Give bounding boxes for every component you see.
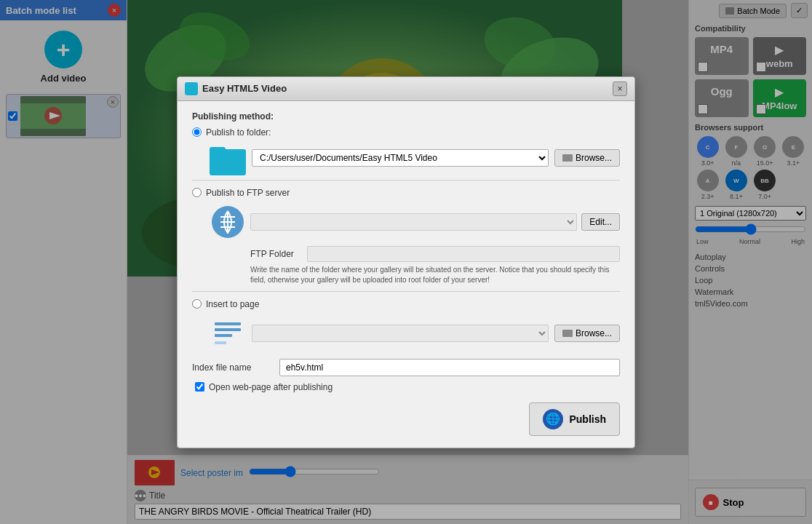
ftp-label: Publish to FTP server [206,188,290,198]
ftp-section: Publish to FTP server Edit... [192,180,620,285]
insert-path-row: Browse... [192,315,620,352]
svg-rect-18 [210,147,226,154]
insert-label: Insert to page [206,299,259,309]
ftp-radio[interactable] [192,188,202,197]
modal-logo-icon [185,82,198,95]
browse-insert-button[interactable]: Browse... [554,325,620,342]
modal-titlebar: Easy HTML5 Video × [178,77,634,101]
publish-folder-radio-row: Publish to folder: [192,127,620,138]
browse-folder-label: Browse... [576,153,612,163]
insert-section: Insert to page [192,291,620,352]
ftp-folder-label: FTP Folder [250,249,301,259]
insert-radio-row: Insert to page [192,299,620,309]
modal-body: Publishing method: Publish to folder: C:… [178,101,634,448]
ftp-folder-input[interactable] [307,246,620,262]
ftp-server-row: Edit... [192,204,620,240]
browse-insert-label: Browse... [576,328,612,338]
publish-row: 🌐 Publish [192,402,620,436]
publishing-method-label: Publishing method: [192,111,620,122]
browse-insert-icon [562,330,573,337]
ftp-icon [210,204,246,240]
folder-icon [210,143,246,172]
modal-dialog: Easy HTML5 Video × Publishing method: Pu… [177,76,635,448]
publish-button-label: Publish [569,413,606,425]
index-file-input[interactable] [279,359,620,376]
ftp-folder-row: FTP Folder [192,246,620,262]
modal-title-text: Easy HTML5 Video [185,82,287,95]
publish-folder-label: Publish to folder: [206,127,271,138]
folder-row: C:/Users/user/Documents/Easy HTML5 Video… [192,143,620,172]
insert-path-select[interactable] [252,325,549,342]
modal-close-button[interactable]: × [613,82,627,96]
folder-path-select[interactable]: C:/Users/user/Documents/Easy HTML5 Video [252,149,549,167]
modal-title-label: Easy HTML5 Video [202,83,287,94]
ftp-note: Write the name of the folder where your … [192,265,620,285]
index-row: Index file name [192,359,620,376]
insert-radio[interactable] [192,299,202,309]
lines-graphic [215,322,241,344]
publish-globe-icon: 🌐 [543,409,563,429]
insert-icon [210,315,246,352]
browse-folder-icon [562,154,573,162]
index-file-label: Index file name [192,362,272,373]
open-webpage-row: Open web-page after publishing [192,382,620,392]
open-webpage-label: Open web-page after publishing [209,382,333,392]
ftp-radio-row: Publish to FTP server [192,188,620,198]
open-webpage-checkbox[interactable] [195,382,204,392]
modal-overlay: Easy HTML5 Video × Publishing method: Pu… [0,0,812,524]
edit-ftp-button[interactable]: Edit... [581,213,620,231]
browse-folder-button[interactable]: Browse... [554,149,620,167]
publish-folder-radio[interactable] [192,127,202,137]
ftp-server-select[interactable] [250,213,577,231]
publish-button[interactable]: 🌐 Publish [529,402,620,436]
